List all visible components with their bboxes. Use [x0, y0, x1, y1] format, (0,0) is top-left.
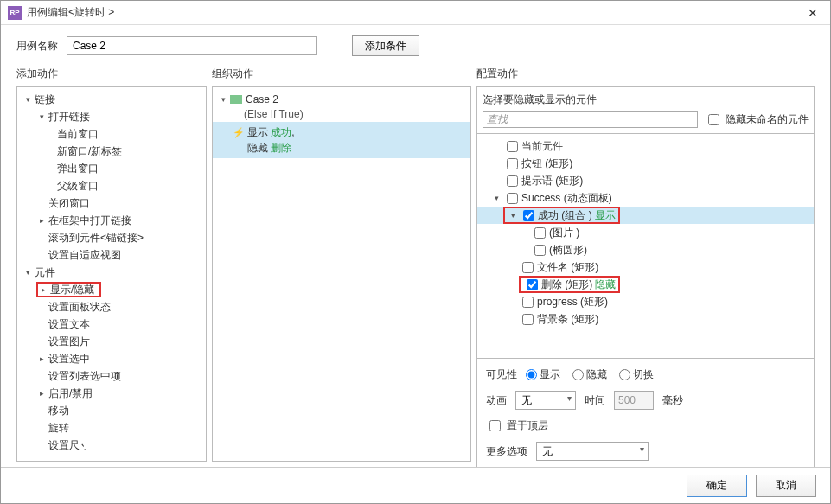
expander-icon: ▸ [36, 354, 47, 364]
widget-item-ellipse[interactable]: (椭圆形) [477, 241, 814, 258]
expander-icon: ▾ [22, 94, 33, 105]
expander-icon: ▸ [36, 388, 47, 399]
dialog-window: RP 用例编辑<旋转时 > ✕ 用例名称 添加条件 添加动作 ▾链接 ▾打开链接… [0, 0, 831, 504]
name-row: 用例名称 添加条件 [1, 25, 830, 63]
app-icon: RP [8, 6, 22, 20]
tree-item[interactable]: 旋转 [17, 419, 206, 437]
tree-item[interactable]: 父级窗口 [17, 177, 206, 195]
animation-select[interactable]: 无 [515, 391, 576, 410]
widget-item-success-group[interactable]: ▾成功 (组合 )显示 [477, 207, 814, 224]
search-input[interactable] [483, 111, 698, 128]
time-input[interactable] [614, 391, 654, 410]
tree-item[interactable]: 设置列表选中项 [17, 367, 206, 385]
time-label: 时间 [585, 393, 605, 408]
action-row[interactable]: ⚡ 显示 成功, [213, 124, 470, 141]
window-title: 用例编辑<旋转时 > [27, 5, 802, 20]
titlebar: RP 用例编辑<旋转时 > ✕ [1, 1, 830, 25]
case-condition: (Else If True) [213, 108, 470, 120]
tree-set-selected[interactable]: ▸设置选中 [17, 350, 206, 367]
add-action-header: 添加动作 [16, 63, 207, 86]
widget-item-button[interactable]: 按钮 (矩形) [477, 155, 814, 172]
expander-icon: ▾ [22, 267, 33, 278]
expander-icon: ▾ [491, 193, 502, 203]
tree-group-link[interactable]: ▾链接 [17, 91, 206, 108]
widget-item-current[interactable]: 当前元件 [477, 137, 814, 155]
tree-item[interactable]: 当前窗口 [17, 125, 206, 143]
case-icon [230, 95, 242, 104]
close-icon[interactable]: ✕ [802, 3, 823, 23]
bring-front-row: 置于顶层 [486, 418, 805, 433]
widget-item-progress[interactable]: progress (矩形) [477, 293, 814, 310]
columns: 添加动作 ▾链接 ▾打开链接 当前窗口 新窗口/新标签 弹出窗口 父级窗口 关闭… [1, 63, 830, 467]
tree-item[interactable]: 弹出窗口 [17, 160, 206, 177]
radio-toggle[interactable]: 切换 [619, 367, 654, 382]
radio-show[interactable]: 显示 [526, 367, 560, 382]
expander-icon: ▾ [508, 210, 518, 220]
hide-unnamed-checkbox[interactable]: 隐藏未命名的元件 [705, 112, 809, 127]
tree-item[interactable]: 设置文本 [17, 316, 206, 333]
expander-icon: ▾ [36, 112, 47, 122]
tree-open-link[interactable]: ▾打开链接 [17, 108, 206, 125]
config-title: 选择要隐藏或显示的元件 [483, 93, 809, 107]
add-action-panel[interactable]: ▾链接 ▾打开链接 当前窗口 新窗口/新标签 弹出窗口 父级窗口 关闭窗口 ▸在… [16, 86, 207, 462]
widget-item-delete[interactable]: 删除 (矩形)隐藏 [477, 276, 814, 293]
tree-open-in-frame[interactable]: ▸在框架中打开链接 [17, 212, 206, 229]
config-action-header: 配置动作 [476, 63, 815, 86]
more-options-row: 更多选项 无 [486, 442, 805, 461]
widget-item-bg[interactable]: 背景条 (矩形) [477, 310, 814, 328]
tree-item[interactable]: 设置面板状态 [17, 298, 206, 316]
visibility-row: 可见性 显示 隐藏 切换 [486, 367, 805, 382]
config-bottom: 可见性 显示 隐藏 切换 动画 无 时间 毫秒 [476, 359, 815, 467]
widget-tree[interactable]: 当前元件 按钮 (矩形) 提示语 (矩形) ▾Success (动态面板) ▾成… [476, 134, 815, 359]
config-top: 选择要隐藏或显示的元件 隐藏未命名的元件 [476, 86, 815, 134]
radio-hide[interactable]: 隐藏 [572, 367, 607, 382]
case-name-label: 用例名称 [16, 39, 58, 54]
add-action-column: 添加动作 ▾链接 ▾打开链接 当前窗口 新窗口/新标签 弹出窗口 父级窗口 关闭… [16, 63, 207, 462]
widget-item-image[interactable]: (图片 ) [477, 224, 814, 241]
case-row[interactable]: ▾ Case 2 [213, 91, 470, 108]
widget-item-file-label[interactable]: 文件名 (矩形) [477, 258, 814, 276]
case-name-input[interactable] [67, 36, 317, 55]
organize-action-panel[interactable]: ▾ Case 2 (Else If True) ⚡ 显示 成功, 隐藏 删除 [212, 86, 471, 462]
bring-front-checkbox[interactable]: 置于顶层 [486, 418, 548, 433]
footer: 确定 取消 [1, 467, 830, 503]
bolt-icon: ⚡ [233, 126, 244, 138]
more-options-select[interactable]: 无 [536, 442, 649, 461]
expander-icon: ▸ [36, 215, 47, 226]
ok-button[interactable]: 确定 [687, 475, 747, 497]
tree-show-hide[interactable]: ▸显示/隐藏 [17, 281, 206, 298]
tree-enable-disable[interactable]: ▸启用/禁用 [17, 385, 206, 402]
animation-row: 动画 无 时间 毫秒 [486, 391, 805, 410]
expander-icon: ▸ [38, 284, 48, 295]
tree-item[interactable]: 移动 [17, 402, 206, 419]
tree-item[interactable]: 关闭窗口 [17, 195, 206, 212]
action-line: 隐藏 删除 [213, 141, 470, 155]
config-action-column: 配置动作 选择要隐藏或显示的元件 隐藏未命名的元件 当前元件 按钮 (矩形) 提… [476, 63, 815, 462]
widget-item-success-panel[interactable]: ▾Success (动态面板) [477, 189, 814, 207]
add-condition-button[interactable]: 添加条件 [352, 35, 419, 56]
more-options-label: 更多选项 [486, 444, 527, 459]
widget-item-hint[interactable]: 提示语 (矩形) [477, 172, 814, 189]
tree-item[interactable]: 设置自适应视图 [17, 246, 206, 264]
config-section: 选择要隐藏或显示的元件 隐藏未命名的元件 当前元件 按钮 (矩形) 提示语 (矩… [476, 86, 815, 467]
time-unit: 毫秒 [662, 393, 683, 408]
tree-item[interactable]: 新窗口/新标签 [17, 143, 206, 160]
search-row: 隐藏未命名的元件 [483, 111, 809, 128]
tree-group-widget[interactable]: ▾元件 [17, 264, 206, 281]
organize-action-header: 组织动作 [212, 63, 471, 86]
action-block[interactable]: ⚡ 显示 成功, 隐藏 删除 [213, 122, 470, 158]
tree-item[interactable]: 滚动到元件<锚链接> [17, 229, 206, 246]
visibility-label: 可见性 [486, 367, 517, 382]
visibility-radio-group: 显示 隐藏 切换 [526, 367, 654, 382]
animation-label: 动画 [486, 393, 507, 408]
organize-action-column: 组织动作 ▾ Case 2 (Else If True) ⚡ 显示 成功, 隐藏… [212, 63, 471, 462]
tree-item[interactable]: 设置尺寸 [17, 437, 206, 454]
tree-item[interactable]: 设置图片 [17, 333, 206, 350]
expander-icon: ▾ [218, 94, 228, 105]
cancel-button[interactable]: 取消 [756, 475, 816, 497]
